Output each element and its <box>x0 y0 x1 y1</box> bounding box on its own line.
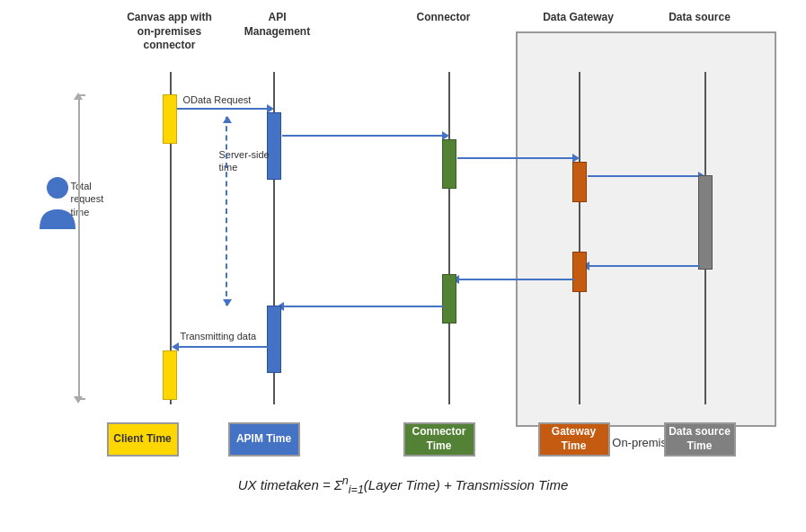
server-side-dbl-arrow <box>226 117 227 306</box>
legend-gateway-box: Gateway Time <box>538 422 610 457</box>
connector-block-top <box>442 139 456 189</box>
legend-client-box: Client Time <box>107 422 179 457</box>
legend-connector: Connector Time <box>403 422 475 457</box>
header-canvas: Canvas app with on-premises connector <box>125 11 215 53</box>
formula-area: UX timetaken = Σni=1(Layer Time) + Trans… <box>0 474 806 496</box>
transmitting-label: Transmitting data <box>181 331 257 341</box>
onpremises-box <box>516 31 776 427</box>
header-datasource: Data source <box>664 11 736 25</box>
server-side-label: Server-side time <box>219 148 282 174</box>
main-container: On-premises Canvas app with on-premises … <box>0 0 806 532</box>
brace-bottom-arrow <box>74 396 83 403</box>
arrow-connector-gateway <box>457 157 574 159</box>
vline-gateway <box>579 72 580 404</box>
arrow-apim-canvas-return <box>177 346 269 348</box>
odata-label: OData Request <box>183 94 252 105</box>
gateway-block-bottom <box>572 252 587 292</box>
header-apim: API Management <box>237 11 318 39</box>
apim-block-bottom <box>267 306 281 373</box>
legend-apim: APIM Time <box>228 422 300 457</box>
arrow-odata <box>177 108 269 110</box>
canvas-block-bottom <box>163 350 177 400</box>
header-connector: Connector <box>408 11 480 25</box>
header-gateway: Data Gateway <box>538 11 619 25</box>
legend-connector-box: Connector Time <box>403 422 475 457</box>
arrow-apim-connector <box>282 135 444 137</box>
connector-block-bottom <box>442 274 456 324</box>
diagram-area: On-premises Canvas app with on-premises … <box>8 9 799 467</box>
legend-datasource-box: Data source Time <box>664 422 736 457</box>
canvas-block-top <box>163 94 177 144</box>
vline-connector <box>448 72 450 404</box>
gateway-block-top <box>572 162 587 202</box>
arrow-datasource-gateway-return <box>588 265 700 267</box>
arrow-gateway-connector-return <box>457 279 574 280</box>
arrow-connector-apim-return <box>282 306 444 307</box>
arrow-gateway-datasource <box>588 175 700 177</box>
formula-text: UX timetaken = Σni=1(Layer Time) + Trans… <box>238 477 569 492</box>
svg-point-0 <box>47 177 68 199</box>
legend-datasource: Data source Time <box>664 422 736 457</box>
legend-apim-box: APIM Time <box>228 422 300 457</box>
legend-gateway: Gateway Time <box>538 422 610 457</box>
legend-client: Client Time <box>107 422 179 457</box>
total-brace <box>78 94 85 400</box>
datasource-block <box>698 175 713 270</box>
brace-top-arrow <box>74 93 83 100</box>
